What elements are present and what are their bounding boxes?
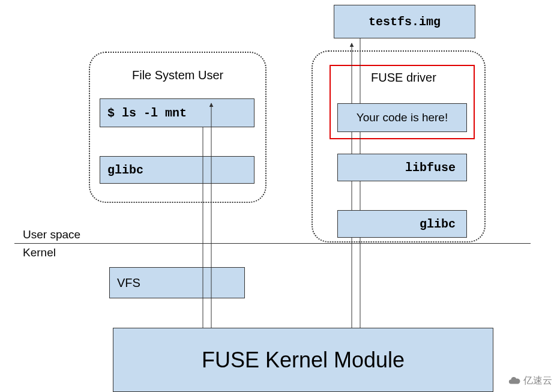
cloud-icon	[508, 374, 521, 387]
watermark: 亿速云	[508, 374, 552, 387]
text-watermark: 亿速云	[523, 375, 552, 387]
arrows-svg	[0, 0, 557, 392]
